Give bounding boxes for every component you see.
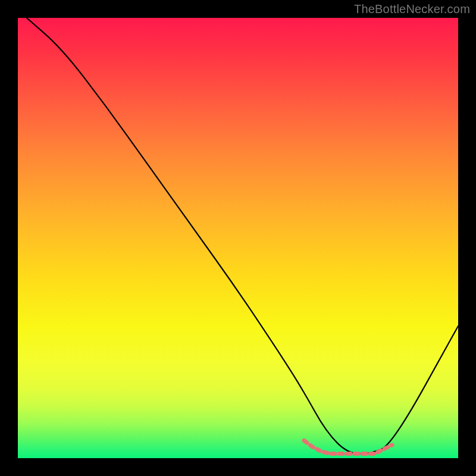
chart-svg	[18, 18, 458, 458]
watermark-text: TheBottleNecker.com	[354, 2, 470, 16]
bottleneck-curve	[27, 18, 458, 454]
plot-area	[18, 18, 458, 458]
optimal-range-path	[304, 440, 392, 453]
chart-container: TheBottleNecker.com	[0, 0, 476, 476]
optimal-range-markers	[304, 440, 392, 453]
